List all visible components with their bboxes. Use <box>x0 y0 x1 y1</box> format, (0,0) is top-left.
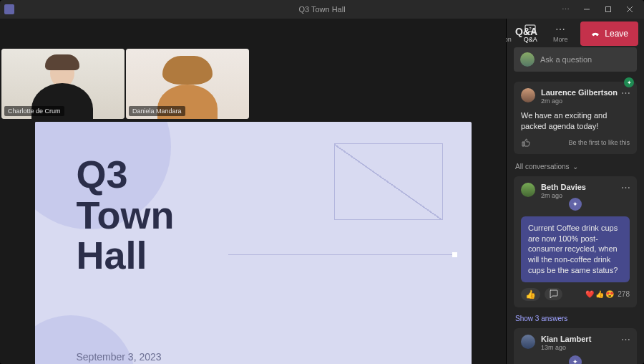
window-close-button[interactable] <box>620 2 640 16</box>
leave-label: Leave <box>605 29 628 39</box>
post-text: We have an exciting and packed agenda to… <box>521 110 630 132</box>
teams-logo-icon <box>4 4 14 14</box>
qa-panel: Q&A ✕ Ask a question ✦ Laurence Gilberts… <box>506 19 644 364</box>
thumbs-up-icon: 👍 <box>595 290 604 298</box>
host-announcement-card: ✦ Laurence Gilbertson 2m ago ⋯ We have a… <box>514 82 637 154</box>
post-more-button[interactable]: ⋯ <box>621 87 631 98</box>
more-label: More <box>553 36 568 43</box>
window-minimize-button[interactable] <box>577 2 597 16</box>
reaction-summary[interactable]: ❤️ 👍 😍 278 <box>585 290 630 298</box>
upvote-button[interactable]: 👍 <box>521 288 540 301</box>
author-avatar <box>521 183 535 197</box>
chevron-down-icon: ⌄ <box>572 163 578 171</box>
post-time: 2m ago <box>541 97 618 105</box>
post-time: 2m ago <box>541 192 586 199</box>
qa-label: Q&A <box>524 36 537 43</box>
smile-icon: 😍 <box>605 290 614 298</box>
question-card: Kian Lambert 13m ago ⋯ ✦ <box>514 328 637 364</box>
ask-question-input[interactable]: Ask a question <box>514 47 637 72</box>
meeting-toolbar: CC Caption ? Q&A ⋯ More Leave <box>486 21 638 46</box>
featured-badge-icon: ✦ <box>624 77 634 87</box>
window-title: Q3 Town Hall <box>298 5 345 14</box>
like-button[interactable] <box>521 138 531 148</box>
video-tile[interactable]: Charlotte de Crum <box>1 49 125 119</box>
author-avatar <box>521 335 535 349</box>
svg-text:?: ? <box>530 27 532 31</box>
window-more-button[interactable]: ⋯ <box>555 2 575 16</box>
participant-name: Daniela Mandara <box>129 106 185 116</box>
window-maximize-button[interactable] <box>598 2 618 16</box>
post-more-button[interactable]: ⋯ <box>621 334 631 345</box>
slide-title: Q3 Town Hall <box>77 154 175 276</box>
question-text: Current Coffee drink cups are now 100% p… <box>521 216 630 282</box>
moderator-badge-icon: ✦ <box>569 355 582 364</box>
title-bar: Q3 Town Hall ⋯ <box>0 0 644 19</box>
author-name: Beth Davies <box>541 183 586 191</box>
like-hint: Be the first to like this <box>568 139 630 146</box>
qa-icon: ? <box>525 24 536 34</box>
more-icon: ⋯ <box>555 24 566 34</box>
post-time: 13m ago <box>541 344 591 351</box>
leave-button[interactable]: Leave <box>580 21 638 46</box>
more-button[interactable]: ⋯ More <box>546 21 575 46</box>
video-tile[interactable]: Daniela Mandara <box>126 49 249 119</box>
show-answers-link[interactable]: Show 3 answers <box>515 315 635 322</box>
author-name: Kian Lambert <box>541 335 591 343</box>
self-avatar <box>520 52 535 67</box>
comment-button[interactable] <box>545 288 562 300</box>
participant-name: Charlotte de Crum <box>4 106 64 116</box>
question-card: Beth Davies 2m ago ⋯ ✦ Current Coffee dr… <box>514 176 637 307</box>
slide-date: September 3, 2023 <box>77 351 162 363</box>
author-avatar <box>521 88 535 102</box>
moderator-badge-icon: ✦ <box>569 198 582 211</box>
author-name: Laurence Gilbertson <box>541 88 618 97</box>
hangup-icon <box>590 29 600 39</box>
heart-icon: ❤️ <box>585 290 594 298</box>
post-more-button[interactable]: ⋯ <box>621 182 631 193</box>
meeting-stage: Charlotte de Crum Daniela Mandara <box>0 19 506 364</box>
conversation-filter[interactable]: All conversations ⌄ <box>515 163 635 171</box>
shared-slide: Q3 Town Hall September 3, 2023 VanArsdel <box>35 122 472 364</box>
qa-button[interactable]: ? Q&A <box>516 21 545 46</box>
svg-rect-0 <box>606 7 611 12</box>
ask-placeholder: Ask a question <box>540 55 592 64</box>
reaction-count: 278 <box>618 290 630 298</box>
